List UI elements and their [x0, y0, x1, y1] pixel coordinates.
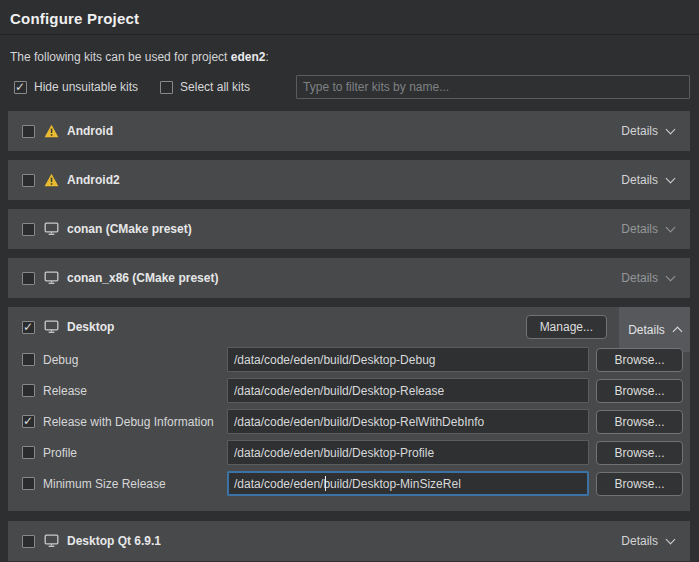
project-name: eden2 [231, 50, 266, 64]
page-title: Configure Project [10, 10, 689, 27]
chevron-down-icon [666, 223, 676, 233]
kit-panel-desktop: Desktop Manage... Details Debug Browse..… [8, 307, 690, 511]
kit-list: Android Details Android2 Details conan (… [8, 111, 690, 561]
details-toggle[interactable]: Details [619, 124, 676, 138]
text-caret [325, 476, 326, 491]
details-toggle[interactable]: Details [619, 173, 676, 187]
build-config-row-relwithdebinfo: Release with Debug Information Browse... [22, 409, 683, 434]
build-config-row-profile: Profile Browse... [22, 440, 683, 465]
kit-row-desktop[interactable]: Desktop Manage... Details [8, 307, 690, 347]
browse-button[interactable]: Browse... [596, 379, 683, 403]
warning-icon [44, 124, 60, 138]
kit-name: conan_x86 (CMake preset) [67, 271, 218, 285]
kit-name: Android [67, 124, 113, 138]
kit-checkbox[interactable] [22, 321, 35, 334]
desktop-monitor-icon [44, 534, 60, 548]
build-path-input[interactable] [227, 409, 589, 434]
filter-row: Hide unsuitable kits Select all kits [14, 75, 690, 99]
chevron-down-icon [666, 125, 676, 135]
select-all-kits-label: Select all kits [180, 80, 250, 94]
details-label: Details [628, 323, 665, 337]
build-path-input[interactable] [227, 378, 589, 403]
kit-checkbox[interactable] [22, 535, 35, 548]
browse-button[interactable]: Browse... [596, 441, 683, 465]
build-path-input[interactable] [227, 440, 589, 465]
checkbox-icon[interactable] [160, 81, 173, 94]
build-config-row-release: Release Browse... [22, 378, 683, 403]
kit-name: Desktop Qt 6.9.1 [67, 534, 161, 548]
path-field-wrap [227, 347, 589, 372]
hide-unsuitable-kits-label: Hide unsuitable kits [34, 80, 138, 94]
path-field-wrap [227, 409, 589, 434]
kit-row-android[interactable]: Android Details [8, 111, 690, 151]
config-checkbox[interactable] [22, 384, 35, 397]
intro-before: The following kits can be used for proje… [10, 50, 231, 64]
kit-checkbox[interactable] [22, 223, 35, 236]
config-label: Release with Debug Information [43, 415, 227, 429]
kit-row-conan-x86[interactable]: conan_x86 (CMake preset) Details [8, 258, 690, 298]
config-checkbox[interactable] [22, 446, 35, 459]
kit-row-desktop-qt[interactable]: Desktop Qt 6.9.1 Details [8, 521, 690, 561]
desktop-monitor-icon [44, 271, 60, 285]
chevron-down-icon [666, 272, 676, 282]
details-toggle[interactable]: Details [619, 271, 676, 285]
path-field-wrap [227, 440, 589, 465]
manage-kits-button[interactable]: Manage... [526, 315, 607, 339]
browse-button[interactable]: Browse... [596, 348, 683, 372]
config-label: Release [43, 384, 227, 398]
kit-checkbox[interactable] [22, 125, 35, 138]
details-toggle[interactable]: Details [619, 222, 676, 236]
details-toggle[interactable]: Details [626, 323, 683, 337]
kit-name: conan (CMake preset) [67, 222, 192, 236]
config-label: Debug [43, 353, 227, 367]
kit-name: Desktop [67, 320, 114, 334]
config-label: Profile [43, 446, 227, 460]
select-all-kits-checkbox[interactable]: Select all kits [160, 80, 250, 94]
chevron-down-icon [666, 535, 676, 545]
config-checkbox[interactable] [22, 353, 35, 366]
kit-checkbox[interactable] [22, 174, 35, 187]
warning-icon [44, 173, 60, 187]
chevron-up-icon [672, 327, 682, 337]
chevron-down-icon [666, 174, 676, 184]
checkbox-icon[interactable] [14, 81, 27, 94]
kit-checkbox[interactable] [22, 272, 35, 285]
kit-row-conan[interactable]: conan (CMake preset) Details [8, 209, 690, 249]
intro-text: The following kits can be used for proje… [10, 50, 689, 64]
details-label: Details [621, 124, 658, 138]
browse-button[interactable]: Browse... [596, 472, 683, 496]
build-config-row-debug: Debug Browse... [22, 347, 683, 372]
kit-name: Android2 [67, 173, 120, 187]
details-label: Details [621, 534, 658, 548]
config-label: Minimum Size Release [43, 477, 227, 491]
build-path-input[interactable] [227, 347, 589, 372]
details-label: Details [621, 222, 658, 236]
config-checkbox[interactable] [22, 477, 35, 490]
build-path-input-focused[interactable] [227, 471, 589, 496]
hide-unsuitable-kits-checkbox[interactable]: Hide unsuitable kits [14, 80, 138, 94]
config-checkbox[interactable] [22, 415, 35, 428]
kit-row-android2[interactable]: Android2 Details [8, 160, 690, 200]
details-toggle-area[interactable]: Details [619, 307, 690, 352]
path-field-wrap [227, 378, 589, 403]
details-label: Details [621, 271, 658, 285]
desktop-monitor-icon [44, 222, 60, 236]
desktop-monitor-icon [44, 320, 60, 334]
details-label: Details [621, 173, 658, 187]
details-toggle[interactable]: Details [619, 534, 676, 548]
intro-after: : [265, 50, 268, 64]
kit-filter-input[interactable] [296, 75, 690, 99]
build-config-row-minsizerel: Minimum Size Release Browse... [22, 471, 683, 496]
page-header: Configure Project [0, 0, 699, 35]
path-field-wrap-focused [227, 471, 589, 496]
browse-button[interactable]: Browse... [596, 410, 683, 434]
